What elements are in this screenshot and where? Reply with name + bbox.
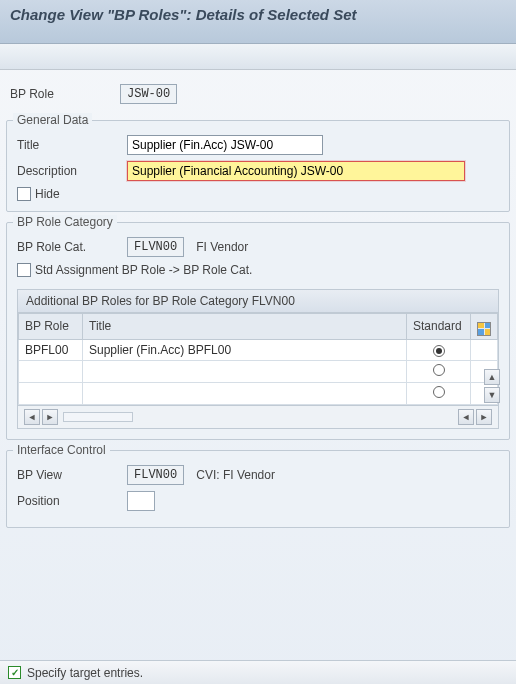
scroll-left-icon[interactable]: ◄ <box>24 409 40 425</box>
table-row[interactable] <box>19 382 498 404</box>
std-assignment-checkbox[interactable] <box>17 263 31 277</box>
title-row: Title <box>17 135 499 155</box>
additional-roles-title: Additional BP Roles for BP Role Category… <box>18 290 498 313</box>
scroll-track[interactable] <box>63 412 133 422</box>
additional-roles-group: Additional BP Roles for BP Role Category… <box>17 289 499 429</box>
bp-view-text: CVI: FI Vendor <box>196 468 275 482</box>
table-settings-icon[interactable] <box>477 322 491 336</box>
radio-selected-icon[interactable] <box>433 345 445 357</box>
cell-standard[interactable] <box>407 339 471 360</box>
bp-role-cat-text: FI Vendor <box>196 240 248 254</box>
status-check-icon: ✓ <box>8 666 21 679</box>
scroll-right-icon[interactable]: ► <box>476 409 492 425</box>
hide-checkbox[interactable] <box>17 187 31 201</box>
radio-icon[interactable] <box>433 364 445 376</box>
bp-role-cat-value: FLVN00 <box>127 237 184 257</box>
bp-role-cat-row: BP Role Cat. FLVN00 FI Vendor <box>17 237 499 257</box>
scroll-left-icon[interactable]: ◄ <box>458 409 474 425</box>
table-vertical-scroll: ▲ ▼ <box>482 337 498 405</box>
table-footer: ◄ ► ◄ ► <box>18 405 498 428</box>
titlebar: Change View "BP Roles": Details of Selec… <box>0 0 516 44</box>
std-assignment-row: Std Assignment BP Role -> BP Role Cat. <box>17 263 499 277</box>
description-row: Description <box>17 161 499 181</box>
additional-roles-table-wrap: BP Role Title Standard BPFL00 Supplier (… <box>18 313 498 405</box>
scroll-down-icon[interactable]: ▼ <box>484 387 500 403</box>
col-bp-role[interactable]: BP Role <box>19 314 83 340</box>
std-assignment-label: Std Assignment BP Role -> BP Role Cat. <box>35 263 252 277</box>
title-input[interactable] <box>127 135 323 155</box>
table-row[interactable]: BPFL00 Supplier (Fin.Acc) BPFL00 <box>19 339 498 360</box>
cell-standard[interactable] <box>407 360 471 382</box>
status-message: Specify target entries. <box>27 666 143 680</box>
bp-role-category-group: BP Role Category BP Role Cat. FLVN00 FI … <box>6 222 510 440</box>
scroll-right-icon[interactable]: ► <box>42 409 58 425</box>
page-title: Change View "BP Roles": Details of Selec… <box>10 6 506 23</box>
table-header-row: BP Role Title Standard <box>19 314 498 340</box>
interface-control-group: Interface Control BP View FLVN00 CVI: FI… <box>6 450 510 528</box>
table-row[interactable] <box>19 360 498 382</box>
cell-standard[interactable] <box>407 382 471 404</box>
cell-title[interactable] <box>83 382 407 404</box>
status-bar: ✓ Specify target entries. <box>0 660 516 684</box>
additional-roles-table: BP Role Title Standard BPFL00 Supplier (… <box>18 313 498 405</box>
cell-bp-role[interactable] <box>19 382 83 404</box>
general-data-group: General Data Title Description Hide <box>6 120 510 212</box>
scroll-up-icon[interactable]: ▲ <box>484 369 500 385</box>
description-label: Description <box>17 164 127 178</box>
bp-role-label: BP Role <box>10 87 120 101</box>
bp-role-row: BP Role JSW-00 <box>0 70 516 118</box>
col-title[interactable]: Title <box>83 314 407 340</box>
title-label: Title <box>17 138 127 152</box>
position-label: Position <box>17 494 127 508</box>
position-input[interactable] <box>127 491 155 511</box>
position-row: Position <box>17 491 499 511</box>
general-data-legend: General Data <box>13 113 92 127</box>
col-standard[interactable]: Standard <box>407 314 471 340</box>
col-configure[interactable] <box>471 314 498 340</box>
cell-title[interactable] <box>83 360 407 382</box>
cell-bp-role[interactable]: BPFL00 <box>19 339 83 360</box>
cell-bp-role[interactable] <box>19 360 83 382</box>
hide-label: Hide <box>35 187 60 201</box>
hide-row: Hide <box>17 187 499 201</box>
description-input[interactable] <box>127 161 465 181</box>
bp-role-value: JSW-00 <box>120 84 177 104</box>
interface-control-legend: Interface Control <box>13 443 110 457</box>
cell-title[interactable]: Supplier (Fin.Acc) BPFL00 <box>83 339 407 360</box>
description-label-text: Description <box>17 164 77 178</box>
bp-role-cat-label: BP Role Cat. <box>17 240 127 254</box>
bp-view-label: BP View <box>17 468 127 482</box>
bp-view-value: FLVN00 <box>127 465 184 485</box>
radio-icon[interactable] <box>433 386 445 398</box>
bp-role-category-legend: BP Role Category <box>13 215 117 229</box>
bp-view-row: BP View FLVN00 CVI: FI Vendor <box>17 465 499 485</box>
application-toolbar <box>0 44 516 70</box>
